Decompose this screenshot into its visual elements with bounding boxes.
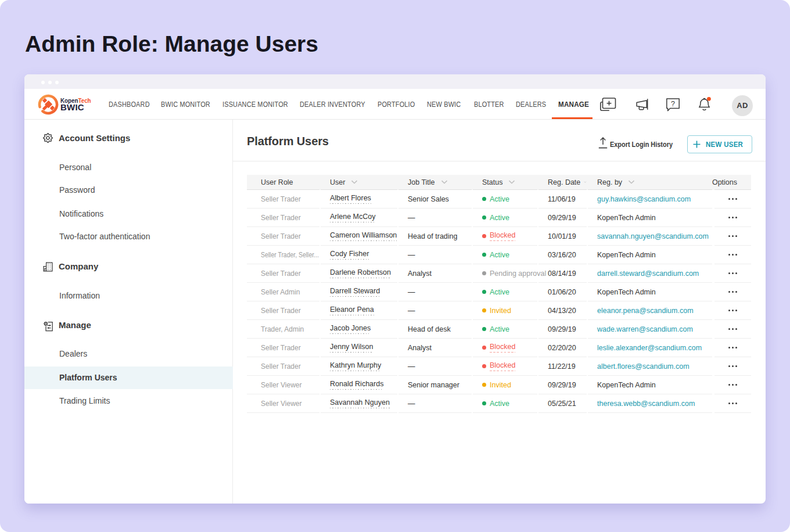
- svg-text:BWIC: BWIC: [60, 102, 84, 112]
- svg-text:?: ?: [671, 100, 675, 108]
